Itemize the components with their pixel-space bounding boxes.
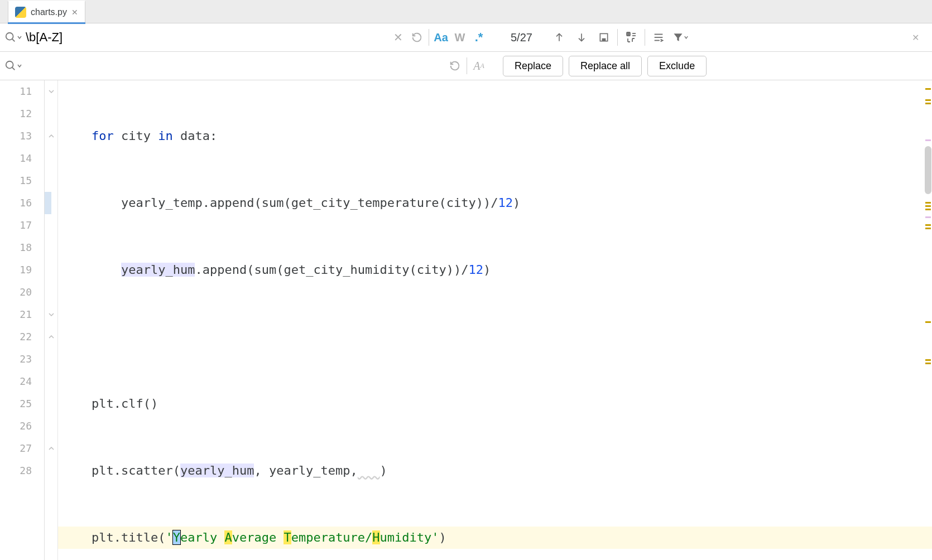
tab-filename: charts.py [31, 7, 67, 17]
scrollbar-thumb[interactable] [925, 146, 931, 194]
find-bar: ✕ Aa W .* 5/27 ✕ [0, 23, 932, 52]
replace-history-button[interactable] [445, 57, 464, 75]
new-selection-button[interactable] [620, 26, 642, 49]
match-count: 5/27 [495, 31, 548, 44]
preserve-case-toggle[interactable]: AA [469, 57, 488, 75]
editor: 11 12 13 14 15 16 17 18 19 20 21 22 23 2… [0, 80, 932, 560]
words-toggle[interactable]: W [450, 28, 469, 46]
close-tab-icon[interactable]: ✕ [71, 8, 78, 17]
line-number-gutter: 11 12 13 14 15 16 17 18 19 20 21 22 23 2… [0, 80, 45, 560]
select-all-button[interactable] [593, 26, 615, 49]
filter-button[interactable] [670, 26, 692, 49]
fold-marker-icon[interactable] [45, 303, 57, 326]
tab-charts-py[interactable]: charts.py ✕ [8, 1, 85, 23]
svg-line-1 [12, 39, 15, 42]
svg-line-13 [12, 67, 15, 70]
marker-bar[interactable] [924, 80, 932, 560]
clear-search-button[interactable]: ✕ [388, 28, 407, 46]
python-file-icon [15, 7, 26, 18]
replace-bar: AA Replace Replace all Exclude [0, 52, 932, 80]
search-icon[interactable] [4, 31, 22, 44]
replace-icon[interactable] [4, 60, 22, 72]
fold-marker-icon[interactable] [45, 80, 57, 103]
exclude-button[interactable]: Exclude [647, 56, 707, 76]
fold-gutter [45, 80, 58, 560]
fold-end-icon[interactable] [45, 326, 57, 348]
gutter-highlight [45, 192, 51, 214]
fold-end-icon[interactable] [45, 437, 57, 460]
svg-rect-5 [602, 38, 606, 41]
editor-tabs: charts.py ✕ [0, 0, 932, 23]
replace-input[interactable] [26, 59, 429, 73]
fold-end-icon[interactable] [45, 125, 57, 147]
next-match-button[interactable] [570, 26, 593, 49]
match-case-toggle[interactable]: Aa [431, 28, 450, 46]
search-history-button[interactable] [407, 28, 426, 46]
replace-button[interactable]: Replace [503, 56, 563, 76]
svg-point-12 [6, 61, 13, 69]
prev-match-button[interactable] [548, 26, 570, 49]
close-find-bar-button[interactable]: ✕ [904, 26, 926, 49]
show-options-button[interactable] [647, 26, 670, 49]
code-area[interactable]: for city in data: yearly_temp.append(sum… [58, 80, 932, 560]
search-input[interactable] [26, 30, 388, 45]
regex-toggle[interactable]: .* [469, 28, 488, 46]
replace-all-button[interactable]: Replace all [569, 56, 642, 76]
svg-point-0 [6, 33, 13, 40]
